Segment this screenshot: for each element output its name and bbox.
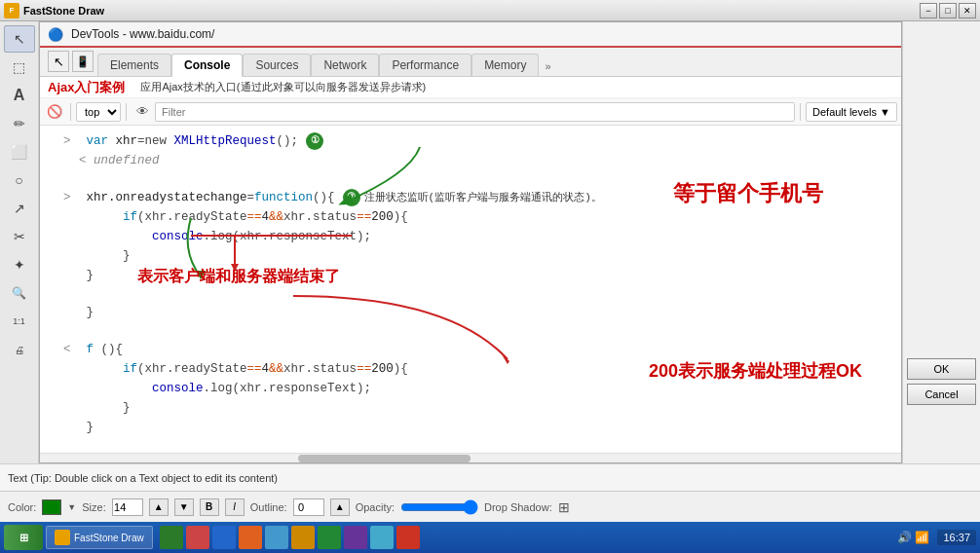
annotation-circle2-text: 注册状态监听(监听客户端与服务端通讯的状态)。 (364, 189, 602, 206)
tab-sources[interactable]: Sources (243, 54, 311, 76)
taskbar-icon-8[interactable] (344, 526, 367, 549)
outline-input[interactable] (293, 498, 324, 516)
toolbar-separator-2 (126, 103, 127, 121)
taskbar-icon-4[interactable] (239, 526, 262, 549)
annotation-200-label: 200表示服务端处理过程OK (649, 359, 862, 383)
ok-button[interactable]: OK (907, 358, 976, 380)
taskbar-icon-7[interactable] (318, 526, 341, 549)
taskbar: ⊞ FastStone Draw 🔊 📶 (0, 522, 980, 553)
ok-cancel-panel: OK Cancel (902, 21, 980, 463)
color-swatch[interactable] (42, 499, 61, 515)
console-filter-input[interactable] (155, 102, 795, 122)
horizontal-scrollbar[interactable] (40, 453, 901, 462)
taskbar-icon-3[interactable] (212, 526, 236, 549)
start-button[interactable]: ⊞ (4, 525, 43, 550)
tab-console[interactable]: Console (171, 54, 243, 77)
inspector-mobile-icon[interactable]: 📱 (72, 51, 94, 72)
taskbar-icon-1[interactable] (160, 526, 183, 549)
code-line-13: } (40, 398, 901, 418)
clear-console-icon[interactable]: 🚫 (44, 101, 65, 123)
devtools-favicon: 🔵 (48, 27, 63, 42)
expand-icon-4[interactable]: > (63, 189, 79, 206)
window-title: FastStone Draw (23, 5, 104, 17)
title-bar: F FastStone Draw − □ ✕ (0, 0, 980, 21)
code-blank-4 (40, 437, 901, 453)
taskbar-icon-2[interactable] (186, 526, 209, 549)
size-input[interactable] (112, 498, 143, 516)
outline-up-btn[interactable]: ▲ (330, 498, 350, 516)
tool-arrow[interactable]: ↗ (4, 195, 35, 222)
code-keyword-var: var (79, 132, 116, 150)
minimize-button[interactable]: − (920, 3, 937, 18)
drop-shadow-label: Drop Shadow: (484, 501, 552, 513)
size-up-btn[interactable]: ▲ (149, 498, 169, 516)
tool-draw[interactable]: ✏ (4, 110, 35, 137)
opacity-slider[interactable] (400, 499, 478, 515)
tool-print[interactable]: 🖨 (4, 336, 35, 363)
app-icon: F (4, 3, 19, 18)
annotation-bar: Ajax入门案例 应用Ajax技术的入口(通过此对象可以向服务器发送异步请求) (40, 77, 901, 98)
size-label: Size: (82, 501, 105, 513)
status-bar: Text (Tip: Double click on a Text object… (0, 463, 980, 491)
expand-f[interactable]: < (63, 341, 79, 358)
taskbar-quick-launch (160, 526, 420, 549)
toolbar-separator (70, 103, 71, 121)
devtools-url: DevTools - www.baidu.com/ (71, 27, 214, 41)
code-blank-3 (40, 322, 901, 340)
outline-label: Outline: (250, 501, 287, 513)
tool-select[interactable]: ↖ (4, 25, 35, 53)
tool-rect[interactable]: ⬜ (4, 138, 35, 166)
taskbar-icon-10[interactable] (396, 526, 420, 549)
window-controls[interactable]: − □ ✕ (920, 3, 976, 18)
system-clock: 16:37 (937, 530, 976, 545)
code-line-5: if (xhr.readyState == 4 && xhr.status ==… (40, 207, 901, 227)
expand-icon-1[interactable]: > (63, 132, 79, 150)
devtools-panel: 🔵 DevTools - www.baidu.com/ ↖ 📱 Elements… (39, 21, 902, 463)
tab-performance[interactable]: Performance (379, 54, 471, 76)
cancel-button[interactable]: Cancel (907, 384, 976, 405)
bold-button[interactable]: B (200, 498, 219, 516)
color-label: Color: (8, 501, 36, 513)
annotation-circle-2: ② (343, 189, 360, 206)
tool-1to1[interactable]: 1:1 (4, 308, 35, 335)
tab-memory[interactable]: Memory (471, 54, 539, 76)
console-filter-eye-icon[interactable]: 👁 (132, 101, 153, 123)
color-dropdown-arrow[interactable]: ▼ (67, 502, 76, 512)
tool-star[interactable]: ✦ (4, 251, 35, 278)
tool-text[interactable]: A (4, 82, 35, 109)
drop-shadow-grid-icon[interactable]: ⊞ (558, 499, 570, 515)
code-line-10: < f (){ (40, 340, 901, 359)
tray-icons: 🔊 📶 (893, 531, 933, 544)
scroll-thumb[interactable] (298, 455, 471, 462)
code-line-2: < undefined (40, 151, 901, 170)
left-toolbar: ↖ ⬚ A ✏ ⬜ ○ ↗ ✂ ✦ 🔍 1:1 🖨 (0, 21, 39, 463)
taskbar-right: 🔊 📶 16:37 (893, 530, 976, 545)
status-text: Text (Tip: Double click on a Text object… (8, 472, 278, 484)
code-blank-2 (40, 285, 901, 303)
context-selector[interactable]: top (76, 102, 121, 122)
devtools-more-tabs[interactable]: » (539, 56, 556, 76)
taskbar-icon-6[interactable] (291, 526, 315, 549)
taskbar-app-faststone[interactable]: FastStone Draw (46, 526, 153, 549)
annotation-phone-label: 等于留个手机号 (673, 179, 823, 208)
tool-zoom[interactable]: 🔍 (4, 279, 35, 307)
maximize-button[interactable]: □ (939, 3, 957, 18)
tool-crop[interactable]: ✂ (4, 223, 35, 250)
taskbar-icon-5[interactable] (265, 526, 288, 549)
devtools-tabs: ↖ 📱 Elements Console Sources Network Per… (40, 48, 901, 77)
default-levels-dropdown[interactable]: Default levels ▼ (806, 102, 897, 122)
drawing-toolbar: Color: ▼ Size: ▲ ▼ B I Outline: ▲ Opacit… (0, 491, 980, 522)
annotation-circle-1: ① (306, 132, 323, 150)
italic-button[interactable]: I (225, 498, 245, 516)
tool-frame[interactable]: ⬚ (4, 54, 35, 81)
code-line-14: } (40, 418, 901, 437)
tab-network[interactable]: Network (311, 54, 379, 76)
expand-icon-2 (63, 152, 79, 169)
close-button[interactable]: ✕ (959, 3, 976, 18)
tab-elements[interactable]: Elements (97, 54, 171, 76)
inspector-cursor-icon[interactable]: ↖ (48, 51, 69, 72)
taskbar-icon-9[interactable] (370, 526, 394, 549)
ajax-title-annotation: Ajax入门案例 (48, 79, 125, 96)
size-down-btn[interactable]: ▼ (174, 498, 194, 516)
tool-ellipse[interactable]: ○ (4, 166, 35, 194)
